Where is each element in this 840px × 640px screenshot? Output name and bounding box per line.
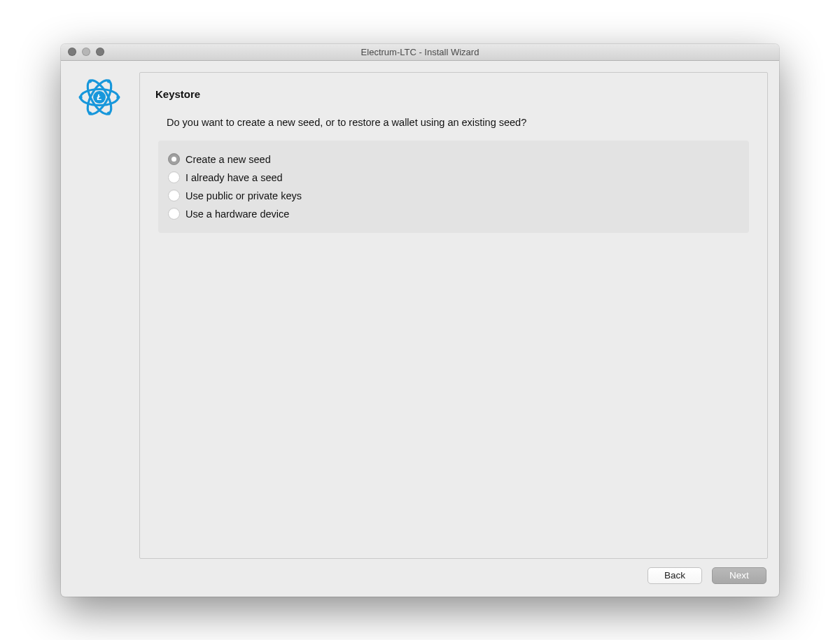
traffic-lights [68, 48, 104, 56]
option-label: Use public or private keys [186, 190, 302, 201]
titlebar: Electrum-LTC - Install Wizard [61, 44, 779, 61]
svg-point-6 [79, 95, 83, 99]
svg-point-8 [88, 79, 92, 83]
minimize-icon[interactable] [82, 48, 90, 56]
window-body: Ł Keystore Do you want to create a new s… [61, 61, 779, 597]
option-label: Create a new seed [186, 154, 271, 165]
option-use-keys[interactable]: Use public or private keys [168, 187, 739, 205]
radio-icon [168, 208, 180, 220]
footer-buttons: Back Next [72, 567, 768, 585]
zoom-icon[interactable] [96, 48, 104, 56]
option-hardware-device[interactable]: Use a hardware device [168, 205, 739, 223]
content-panel: Keystore Do you want to create a new see… [139, 72, 768, 559]
electrum-ltc-logo-icon: Ł [77, 75, 122, 120]
option-label: Use a hardware device [186, 208, 289, 220]
svg-point-10 [88, 111, 92, 115]
svg-point-5 [116, 95, 120, 99]
back-button[interactable]: Back [648, 567, 702, 584]
keystore-options: Create a new seed I already have a seed … [158, 141, 749, 233]
option-already-have-seed[interactable]: I already have a seed [168, 169, 739, 187]
keystore-question: Do you want to create a new seed, or to … [167, 117, 752, 128]
option-create-new-seed[interactable]: Create a new seed [168, 150, 739, 169]
option-label: I already have a seed [186, 172, 283, 183]
close-icon[interactable] [68, 48, 76, 56]
logo-column: Ł [72, 72, 127, 559]
next-button[interactable]: Next [712, 567, 766, 584]
svg-point-7 [107, 111, 111, 115]
install-wizard-window: Electrum-LTC - Install Wizard Ł [61, 44, 779, 597]
main-row: Ł Keystore Do you want to create a new s… [72, 72, 768, 559]
window-title: Electrum-LTC - Install Wizard [61, 47, 779, 57]
radio-icon [168, 171, 180, 183]
svg-text:Ł: Ł [96, 92, 102, 101]
radio-icon [168, 190, 180, 201]
radio-icon [168, 153, 180, 165]
page-heading: Keystore [155, 88, 752, 100]
svg-point-9 [107, 79, 111, 83]
